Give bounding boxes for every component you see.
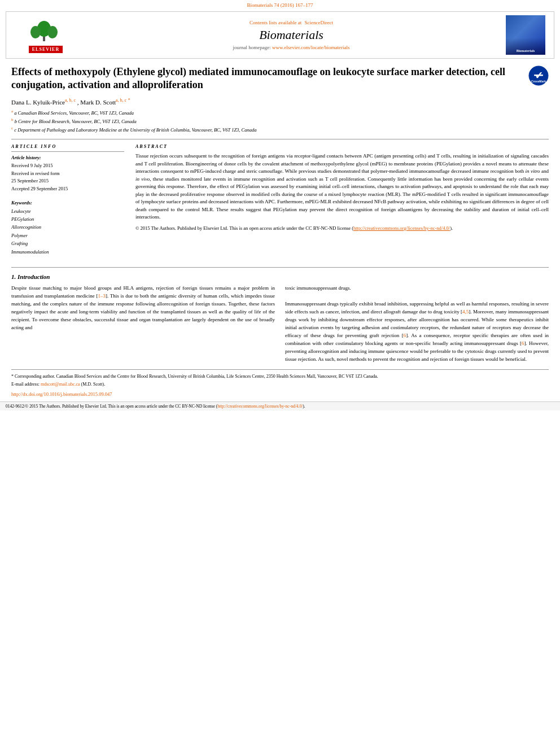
corresponding-star: * <box>128 98 130 103</box>
doi-line: http://dx.doi.org/10.1016/j.biomaterials… <box>11 391 549 397</box>
affiliation-c: c c Department of Pathology and Laborato… <box>11 125 549 134</box>
journal-header: ELSEVIER Contents lists available at Sci… <box>6 11 554 59</box>
intro-heading: 1. Introduction <box>11 273 549 280</box>
journal-homepage: journal homepage: www.elsevier.com/locat… <box>80 45 503 50</box>
bottom-text-start: 0142-9612/© 2015 The Authors. Published … <box>6 404 217 409</box>
journal-title-section: Contents lists available at ScienceDirec… <box>80 20 503 50</box>
elsevier-logo-section: ELSEVIER <box>12 18 80 53</box>
email-label: E-mail address: <box>11 382 40 387</box>
keyword-grafting: Grafting <box>11 239 124 247</box>
history-label: Article history: <box>11 155 124 160</box>
journal-title: Biomaterials <box>80 28 503 42</box>
bottom-text-end: ). <box>303 404 305 409</box>
article-title-section: Effects of methoxypoly (Ethylene glycol)… <box>11 65 549 92</box>
article-info-abstract-section: Article Info Article history: Received 9… <box>11 144 549 261</box>
introduction-body: Despite tissue matching to major blood g… <box>11 285 549 363</box>
abstract-text: Tissue rejection occurs subsequent to th… <box>135 152 549 221</box>
elsevier-wordmark: ELSEVIER <box>29 46 63 53</box>
revised-date: Received in revised form25 September 201… <box>11 170 124 185</box>
main-content: Effects of methoxypoly (Ethylene glycol)… <box>0 61 560 397</box>
svg-point-3 <box>47 26 58 38</box>
charge-word: charge <box>223 168 237 174</box>
ref-6-link-b[interactable]: 6 <box>522 340 524 346</box>
article-history-section: Article Info Article history: Received 9… <box>11 144 124 193</box>
ref-4-5-link[interactable]: 4,5 <box>462 309 469 314</box>
email-who: (M.D. Scott). <box>81 382 106 387</box>
journal-homepage-link[interactable]: www.elsevier.com/locate/biomaterials <box>272 45 349 50</box>
keywords-label: Keywords: <box>11 200 124 206</box>
article-dates: Received 9 July 2015 Received in revised… <box>11 162 124 193</box>
doi-link[interactable]: http://dx.doi.org/10.1016/j.biomaterials… <box>11 391 112 397</box>
keyword-allorecognition: Allorecognition <box>11 223 124 231</box>
introduction-section: 1. Introduction Despite tissue matching … <box>11 273 549 363</box>
bottom-cc-link[interactable]: http://creativecommons.org/licenses/by-n… <box>217 404 303 409</box>
intro-col2: toxic immunosuppressant drugs. Immunosup… <box>285 285 549 363</box>
email-link[interactable]: mdscott@mail.ubc.ca <box>41 382 80 387</box>
article-info-column: Article Info Article history: Received 9… <box>11 144 124 261</box>
ref-1-3-link[interactable]: 1–3 <box>98 293 106 299</box>
section-divider <box>11 267 549 268</box>
author1-affil: a, b, c <box>65 98 76 103</box>
abstract-heading: Abstract <box>135 144 549 149</box>
affiliations: a a Canadian Blood Services, Vancouver, … <box>11 108 549 133</box>
affiliation-a: a a Canadian Blood Services, Vancouver, … <box>11 108 549 117</box>
svg-point-2 <box>30 26 41 38</box>
sciencedirect-line: Contents lists available at ScienceDirec… <box>80 20 503 25</box>
svg-rect-6 <box>534 75 543 76</box>
footnote-section: * Corresponding author. Canadian Blood S… <box>11 369 549 388</box>
intro-col1: Despite tissue matching to major blood g… <box>11 285 275 363</box>
author2-affil: a, b, c <box>116 98 126 103</box>
keywords-list: Leukocyte PEGylation Allorecognition Pol… <box>11 207 124 256</box>
received-date: Received 9 July 2015 <box>11 162 124 170</box>
svg-text:CrossMark: CrossMark <box>531 80 546 83</box>
article-info-heading: Article Info <box>11 144 124 149</box>
crossmark-icon: ✓ CrossMark <box>528 65 549 86</box>
keyword-polymer: Polymer <box>11 231 124 239</box>
cc-license-link[interactable]: http://creativecommons.org/licenses/by-n… <box>353 225 450 231</box>
article-title-text: Effects of methoxypoly (Ethylene glycol)… <box>11 66 505 90</box>
keywords-section: Keywords: Leukocyte PEGylation Allorecog… <box>11 200 124 256</box>
keyword-leukocyte: Leukocyte <box>11 207 124 215</box>
authors-line: Dana L. Kyluik-Pricea, b, c , Mark D. Sc… <box>11 98 549 106</box>
journal-logo-section: Biomaterials <box>503 15 548 55</box>
abstract-column: Abstract Tissue rejection occurs subsequ… <box>135 144 549 261</box>
sciencedirect-link[interactable]: ScienceDirect <box>305 20 333 25</box>
ref-6-link-a[interactable]: 6 <box>404 333 406 338</box>
biomaterials-logo: Biomaterials <box>506 15 545 55</box>
journal-citation-bar: Biomaterials 74 (2016) 167–177 <box>0 0 560 9</box>
corresponding-footnote: * Corresponding author. Canadian Blood S… <box>11 373 549 380</box>
email-footnote: E-mail address: mdscott@mail.ubc.ca (M.D… <box>11 381 549 388</box>
author2-name: , Mark D. Scott <box>77 98 116 105</box>
elsevier-tree-icon <box>23 18 68 45</box>
header-divider <box>11 139 549 139</box>
accepted-date: Accepted 29 September 2015 <box>11 185 124 193</box>
bottom-bar: 0142-9612/© 2015 The Authors. Published … <box>0 401 560 410</box>
author1-name: Dana L. Kyluik-Price <box>11 98 65 105</box>
journal-citation: Biomaterials 74 (2016) 167–177 <box>247 2 313 8</box>
keyword-pegylation: PEGylation <box>11 215 124 223</box>
keyword-immunomodulation: Immunomodulation <box>11 248 124 256</box>
affiliation-b: b b Centre for Blood Research, Vancouver… <box>11 117 549 125</box>
copyright-line: © 2015 The Authors. Published by Elsevie… <box>135 225 549 232</box>
